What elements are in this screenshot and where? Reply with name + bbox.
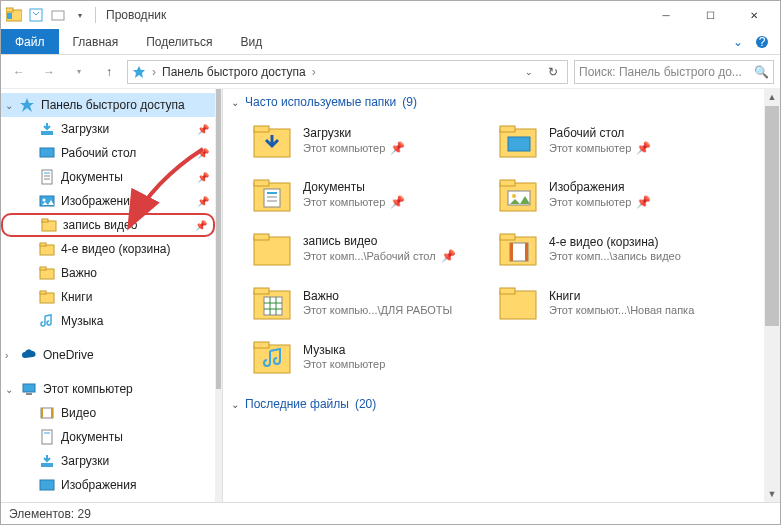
folder-item[interactable]: ВажноЭтот компью...\ДЛЯ РАБОТЫ [251,281,481,325]
nav-item-books[interactable]: Книги [1,285,215,309]
folder-item[interactable]: ДокументыЭтот компьютер📌 [251,173,481,217]
separator [95,7,96,23]
tab-home[interactable]: Главная [59,29,133,54]
tab-file[interactable]: Файл [1,29,59,54]
status-bar: Элементов: 29 [1,502,780,524]
close-button[interactable]: ✕ [732,1,776,29]
svg-rect-57 [254,288,269,294]
status-elements-label: Элементов: [9,507,74,521]
folder-name: 4-е видео (корзина) [549,235,681,250]
folder-name: Документы [303,180,405,195]
svg-point-48 [512,194,516,198]
section-count: (20) [355,397,376,411]
qat-properties-icon[interactable] [27,6,45,24]
nav-item-pc-documents[interactable]: Документы [1,425,215,449]
main-view: ⌄ Часто используемые папки (9) ЗагрузкиЭ… [223,89,780,502]
chevron-right-icon[interactable]: › [5,350,8,361]
scroll-thumb[interactable] [765,106,779,326]
folder-icon [251,229,293,269]
quick-access-star-icon [132,65,146,79]
up-button[interactable]: ↑ [97,60,121,84]
svg-rect-2 [7,13,12,19]
folder-item[interactable]: Рабочий столЭтот компьютер📌 [497,119,727,163]
excel-icon [251,283,293,323]
status-elements-count: 29 [78,507,91,521]
search-icon[interactable]: 🔍 [754,65,769,79]
svg-rect-58 [264,297,282,315]
folder-name: Загрузки [303,126,405,141]
tab-share[interactable]: Поделиться [132,29,226,54]
main-scrollbar[interactable]: ▲ ▼ [764,89,780,502]
folder-item[interactable]: ЗагрузкиЭтот компьютер📌 [251,119,481,163]
nav-item-pc-videos[interactable]: Видео [1,401,215,425]
music-icon [39,313,55,329]
chevron-down-icon[interactable]: ⌄ [5,100,13,111]
svg-rect-37 [500,126,515,132]
address-dropdown-button[interactable]: ⌄ [519,67,539,77]
chevron-right-icon[interactable]: › [152,65,156,79]
scroll-up-button[interactable]: ▲ [764,89,780,105]
minimize-button[interactable]: ─ [644,1,688,29]
maximize-button[interactable]: ☐ [688,1,732,29]
forward-button[interactable]: → [37,60,61,84]
svg-rect-38 [508,137,530,151]
nav-scrollbar[interactable] [215,89,222,502]
address-row: ← → ▾ ↑ › Панель быстрого доступа › ⌄ ↻ … [1,55,780,89]
nav-item-documents[interactable]: Документы📌 [1,165,215,189]
nav-item-pictures[interactable]: Изображения📌 [1,189,215,213]
pin-icon: 📌 [197,124,209,135]
address-bar[interactable]: › Панель быстрого доступа › ⌄ ↻ [127,60,568,84]
pictures-icon [497,175,539,215]
search-box[interactable]: 🔍 [574,60,774,84]
section-title: Часто используемые папки [245,95,396,109]
nav-item-pc-pictures[interactable]: Изображения [1,473,215,497]
downloads-icon [251,121,293,161]
svg-rect-30 [42,430,52,444]
ribbon-expand-button[interactable]: ⌄ [726,29,750,54]
folder-name: Книги [549,289,694,304]
section-frequent[interactable]: ⌄ Часто используемые папки (9) [223,89,780,115]
pin-icon: 📌 [197,172,209,183]
folder-item[interactable]: МузыкаЭтот компьютер [251,335,481,379]
nav-onedrive[interactable]: ›OneDrive [1,343,215,367]
folder-location: Этот комп...\Рабочий стол📌 [303,249,456,264]
chevron-down-icon[interactable]: ⌄ [231,97,239,108]
nav-item-important[interactable]: Важно [1,261,215,285]
folder-item[interactable]: запись видеоЭтот комп...\Рабочий стол📌 [251,227,481,271]
refresh-button[interactable]: ↻ [543,65,563,79]
pin-icon: 📌 [197,148,209,159]
nav-item-video-record[interactable]: запись видео📌 [1,213,215,237]
nav-item-downloads[interactable]: Загрузки📌 [1,117,215,141]
folder-item[interactable]: 4-е видео (корзина)Этот комп...\запись в… [497,227,727,271]
chevron-right-icon[interactable]: › [312,65,316,79]
section-recent[interactable]: ⌄ Последние файлы (20) [223,391,780,417]
back-button[interactable]: ← [7,60,31,84]
nav-item-desktop[interactable]: Рабочий стол📌 [1,141,215,165]
nav-quick-access[interactable]: ⌄ Панель быстрого доступа [1,93,215,117]
nav-item-music[interactable]: Музыка [1,309,215,333]
breadcrumb[interactable]: Панель быстрого доступа [162,65,306,79]
nav-item-pc-downloads[interactable]: Загрузки [1,449,215,473]
pictures-icon [39,477,55,493]
downloads-icon [39,453,55,469]
svg-rect-9 [41,131,53,135]
folder-item[interactable]: ИзображенияЭтот компьютер📌 [497,173,727,217]
chevron-down-icon[interactable]: ⌄ [231,399,239,410]
pin-icon: 📌 [390,195,405,209]
qat-dropdown-icon[interactable]: ▾ [71,6,89,24]
svg-rect-35 [254,126,269,132]
svg-rect-63 [500,291,536,319]
svg-rect-65 [254,345,290,373]
svg-rect-24 [40,291,46,294]
search-input[interactable] [579,65,754,79]
nav-item-4video[interactable]: 4-е видео (корзина) [1,237,215,261]
nav-this-pc[interactable]: ⌄Этот компьютер [1,377,215,401]
downloads-icon [39,121,55,137]
qat-newfolder-icon[interactable] [49,6,67,24]
scroll-down-button[interactable]: ▼ [764,486,780,502]
folder-item[interactable]: КнигиЭтот компьют...\Новая папка [497,281,727,325]
chevron-down-icon[interactable]: ⌄ [5,384,13,395]
tab-view[interactable]: Вид [226,29,276,54]
recent-locations-button[interactable]: ▾ [67,60,91,84]
help-button[interactable]: ? [750,29,774,54]
